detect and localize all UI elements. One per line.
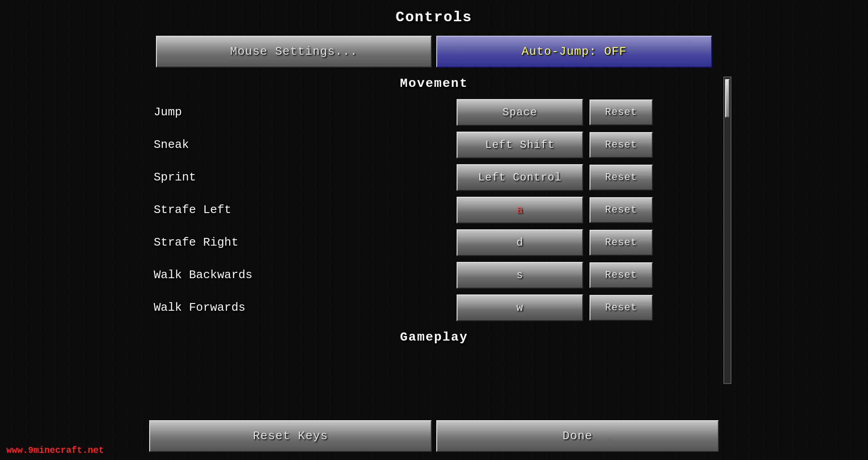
keybind-label-sprint: Sprint (149, 171, 457, 184)
keybind-label-walk-forwards: Walk Forwards (149, 301, 457, 314)
mouse-settings-button[interactable]: Mouse Settings... (156, 36, 432, 67)
reset-button-jump[interactable]: Reset (590, 100, 653, 125)
keybind-label-strafe-right: Strafe Right (149, 236, 457, 249)
keybind-key-walk-backwards[interactable]: s (457, 262, 583, 289)
keybind-key-strafe-right[interactable]: d (457, 229, 583, 256)
reset-button-walk-forwards[interactable]: Reset (590, 295, 653, 321)
keybind-label-strafe-left: Strafe Left (149, 203, 457, 217)
main-container: Controls Mouse Settings... Auto-Jump: OF… (149, 0, 719, 344)
keybind-key-walk-forwards[interactable]: w (457, 294, 583, 321)
reset-keys-button[interactable]: Reset Keys (149, 420, 432, 452)
done-button[interactable]: Done (436, 420, 719, 452)
keybind-row-strafe-left: Strafe Left a Reset (149, 196, 719, 223)
keybind-row-walk-forwards: Walk Forwards w Reset (149, 294, 719, 321)
scrollbar-track[interactable] (723, 76, 731, 384)
reset-button-strafe-left[interactable]: Reset (590, 197, 653, 223)
keybind-row-sprint: Sprint Left Control Reset (149, 164, 719, 191)
reset-button-sprint[interactable]: Reset (590, 165, 653, 190)
keybind-key-sneak[interactable]: Left Shift (457, 132, 583, 158)
keybind-row-jump: Jump Space Reset (149, 99, 719, 126)
page-title: Controls (149, 9, 719, 26)
reset-button-sneak[interactable]: Reset (590, 132, 653, 158)
watermark: www.9minecraft.net (6, 445, 104, 455)
keybind-row-sneak: Sneak Left Shift Reset (149, 131, 719, 158)
gameplay-section-header: Gameplay (149, 330, 719, 344)
keybind-row-walk-backwards: Walk Backwards s Reset (149, 261, 719, 289)
movement-section-header: Movement (149, 76, 719, 90)
content-area: Movement Jump Space Reset Sneak Left Shi… (149, 76, 719, 344)
bottom-buttons: Reset Keys Done (149, 412, 719, 460)
scrollbar-thumb[interactable] (725, 79, 730, 118)
reset-button-walk-backwards[interactable]: Reset (590, 262, 653, 288)
keybind-key-strafe-left[interactable]: a (457, 197, 583, 223)
keybind-key-jump[interactable]: Space (457, 99, 583, 126)
keybind-row-strafe-right: Strafe Right d Reset (149, 229, 719, 256)
keybind-key-sprint[interactable]: Left Control (457, 164, 583, 191)
keybind-label-jump: Jump (149, 105, 457, 119)
gameplay-section: Gameplay (149, 330, 719, 344)
reset-button-strafe-right[interactable]: Reset (590, 230, 653, 256)
top-buttons: Mouse Settings... Auto-Jump: OFF (149, 36, 719, 67)
keybind-label-walk-backwards: Walk Backwards (149, 268, 457, 282)
keybind-label-sneak: Sneak (149, 138, 457, 152)
auto-jump-button[interactable]: Auto-Jump: OFF (436, 36, 712, 67)
movement-section: Movement Jump Space Reset Sneak Left Shi… (149, 76, 719, 321)
